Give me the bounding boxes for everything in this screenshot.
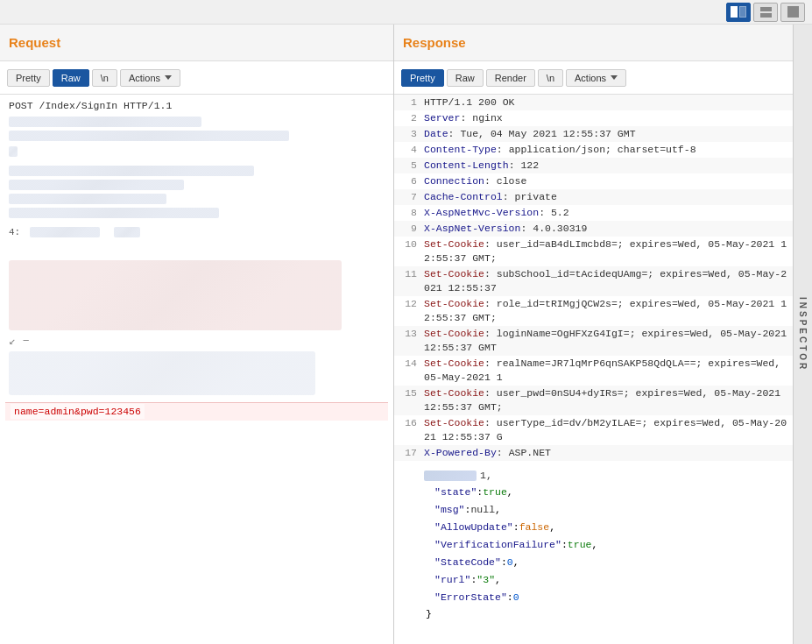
response-line-17: 17 X-Powered-By: ASP.NET — [394, 445, 793, 461]
request-actions-button[interactable]: Actions — [120, 69, 180, 87]
inspector-sidebar[interactable]: INSPECTOR — [793, 25, 812, 644]
split-vertical-button[interactable] — [726, 3, 751, 22]
request-body: POST /Index/SignIn HTTP/1.1 — [0, 95, 393, 424]
response-line-12: 12 Set-Cookie: role_id=tRIMgjQCW2s=; exp… — [394, 296, 793, 326]
json-verificationfailure-line: "VerificationFailure":true, — [394, 536, 793, 554]
response-line-7: 7 Cache-Control: private — [394, 189, 793, 205]
json-rurl-line: "rurl":"3", — [394, 571, 793, 589]
json-statecode-line: "StateCode":0, — [394, 554, 793, 571]
inspector-label: INSPECTOR — [798, 297, 808, 372]
response-tab-pretty[interactable]: Pretty — [401, 69, 444, 87]
response-actions-button[interactable]: Actions — [566, 69, 626, 87]
response-line-13: 13 Set-Cookie: loginName=OgHFXzG4IgI=; e… — [394, 326, 793, 356]
request-content: POST /Index/SignIn HTTP/1.1 — [0, 95, 393, 644]
response-line-1: 1 HTTP/1.1 200 OK — [394, 95, 793, 110]
json-state-line: "state":true, — [394, 484, 793, 501]
response-title: Response — [403, 32, 466, 53]
request-header: Request — [0, 25, 393, 61]
response-line-15: 15 Set-Cookie: user_pwd=0nSU4+dyIRs=; ex… — [394, 386, 793, 415]
response-line-11: 11 Set-Cookie: subSchool_id=tAcideqUAmg=… — [394, 266, 793, 296]
request-tab-newline[interactable]: \n — [92, 69, 117, 87]
response-tab-raw[interactable]: Raw — [447, 69, 484, 87]
top-toolbar — [0, 0, 812, 25]
chevron-down-icon — [611, 75, 618, 80]
response-header: Response — [394, 25, 793, 61]
response-line-2: 2 Server: nginx — [394, 110, 793, 126]
request-panel: Request Pretty Raw \n Actions POST /Inde… — [0, 25, 394, 644]
request-line: POST /Index/SignIn HTTP/1.1 — [5, 98, 388, 113]
response-line-3: 3 Date: Tue, 04 May 2021 12:55:37 GMT — [394, 126, 793, 142]
response-line-9: 9 X-AspNet-Version: 4.0.30319 — [394, 221, 793, 237]
response-line-14: 14 Set-Cookie: realName=JR7lqMrP6qnSAKP5… — [394, 356, 793, 386]
json-msg-line: "msg":null, — [394, 501, 793, 519]
json-closing-brace: } — [394, 606, 793, 622]
response-tab-newline[interactable]: \n — [538, 69, 563, 87]
split-horizontal-button[interactable] — [753, 3, 778, 22]
request-tab-raw[interactable]: Raw — [53, 69, 89, 87]
query-string: name=admin&pwd=123456 — [11, 404, 145, 419]
response-line-16: 16 Set-Cookie: userType_id=dv/bM2yILAE=;… — [394, 415, 793, 445]
arrow-icon: ↙ − — [9, 335, 29, 348]
request-tabs-row: Pretty Raw \n Actions — [0, 61, 393, 95]
response-line-8: 8 X-AspNetMvc-Version: 5.2 — [394, 205, 793, 221]
chevron-down-icon — [165, 75, 172, 80]
response-line-4: 4 Content-Type: application/json; charse… — [394, 142, 793, 158]
response-content: 1 HTTP/1.1 200 OK 2 Server: nginx 3 Date… — [394, 95, 793, 644]
json-allowupdate-line: "AllowUpdate":false, — [394, 519, 793, 536]
request-title: Request — [9, 32, 60, 53]
request-tab-pretty[interactable]: Pretty — [7, 69, 50, 87]
json-errorstate-line: "ErrorState":0 — [394, 589, 793, 606]
response-panel: Response Pretty Raw Render \n Actions 1 … — [394, 25, 793, 644]
blurred-json-field — [424, 471, 477, 481]
response-line-6: 6 Connection: close — [394, 173, 793, 189]
collapse-button[interactable] — [780, 3, 805, 22]
response-tab-render[interactable]: Render — [486, 69, 535, 87]
response-line-5: 5 Content-Length: 122 — [394, 158, 793, 173]
response-line-10: 10 Set-Cookie: user_id=aB4dLImcbd8=; exp… — [394, 237, 793, 266]
response-tabs-row: Pretty Raw Render \n Actions — [394, 61, 793, 95]
response-body: 1 HTTP/1.1 200 OK 2 Server: nginx 3 Date… — [394, 95, 793, 622]
